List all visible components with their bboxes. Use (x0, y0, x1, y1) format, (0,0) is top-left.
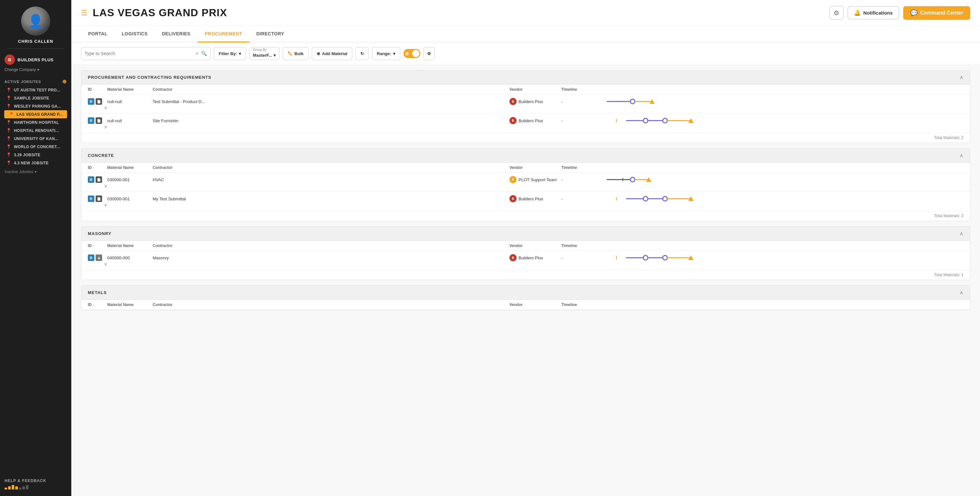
td-id: B ♟ (88, 255, 107, 261)
notifications-button[interactable]: 🔔 Notifications (848, 6, 899, 19)
group-by-container: Group By MasterF... ▾ (249, 47, 279, 60)
th-contractor: Contractor (153, 303, 509, 307)
notifications-label: Notifications (863, 10, 893, 16)
company-logo: B (5, 54, 15, 65)
section-title-procurement: PROCUREMENT AND CONTRACTING REQUIREMENTS (88, 75, 211, 80)
help-bar-5 (19, 488, 21, 490)
th-timeline: Timeline (561, 303, 607, 307)
td-vendor: - (561, 196, 607, 201)
edit-icon: ✏️ (288, 51, 293, 56)
td-contractor: P PLOT Support Team (509, 176, 561, 183)
toolbar: ✕ 🔍 Filter By: ▾ Group By MasterF... ▾ ✏… (71, 43, 980, 65)
sidebar-item-hospital-reno[interactable]: 📍 HOSPITAL RENOVATI... (2, 126, 70, 134)
inactive-jobsites-toggle[interactable]: Inactive Jobsites ▾ (0, 167, 71, 175)
clear-icon[interactable]: ✕ (195, 51, 199, 56)
change-company-label: Change Company (5, 67, 36, 72)
table-header-procurement: ID ↑ Material Name Contractor Vendor Tim… (81, 85, 970, 95)
company-logo-text: B (8, 57, 11, 62)
sidebar-item-3-26[interactable]: 📍 3.26 JOBSITE (2, 151, 70, 159)
tab-logistics[interactable]: LOGISTICS (115, 26, 155, 43)
pin-icon: 📍 (6, 152, 11, 157)
sidebar-item-4-3[interactable]: 📍 4.3 NEW JOBSITE (2, 159, 70, 167)
td-contractor: B Builders Plus (509, 117, 561, 124)
table-row[interactable]: B 📄 null-null Test Submittal - Product D… (81, 95, 970, 114)
svg-point-1 (630, 99, 635, 104)
page-title: LAS VEGAS GRAND PRIX (93, 7, 227, 19)
filter-button[interactable]: Filter By: ▾ (214, 47, 246, 60)
table-row[interactable]: B 📄 030000-001 My Test Submittal B Build… (81, 192, 970, 211)
sidebar-item-las-vegas[interactable]: 📍 LAS VEGAS GRAND P... (4, 110, 67, 118)
search-icon[interactable]: 🔍 (201, 51, 207, 56)
sidebar-item-sample[interactable]: 📍 SAMPLE JOBSITE (2, 94, 70, 102)
collapse-icon[interactable]: ∧ (959, 74, 964, 80)
command-center-button[interactable]: 💬 Command Center (903, 6, 970, 20)
table-header-masonry: ID ↑ Material Name Contractor Vendor Tim… (81, 241, 970, 251)
sidebar-item-ut-austin[interactable]: 📍 UT AUSTIN TEST PRO... (2, 86, 70, 94)
help-bars (5, 485, 67, 490)
td-expand[interactable]: ∨ (88, 124, 107, 129)
timeline-svg (607, 117, 697, 124)
sidebar-item-hawthorn[interactable]: 📍 HAWTHORN HOSPITAL (2, 118, 70, 126)
expand-icon: ∨ (104, 202, 107, 207)
table-row[interactable]: B 📄 null-null Site Furnishin B Builders … (81, 114, 970, 133)
help-bar-1 (5, 488, 7, 490)
sidebar-item-world-concrete[interactable]: 📍 WORLD OF CONCRET... (2, 143, 70, 151)
expand-icon: ∨ (104, 183, 107, 188)
svg-point-9 (663, 118, 667, 123)
row-icons: B 📄 (88, 196, 102, 202)
toggle-switch[interactable]: ⊞ (404, 49, 420, 58)
collapse-icon[interactable]: ∧ (959, 290, 964, 296)
tab-deliveries[interactable]: DELIVERIES (154, 26, 197, 43)
td-expand[interactable]: ∨ (88, 261, 107, 266)
th-contractor: Contractor (153, 165, 509, 170)
th-expand (607, 87, 964, 92)
table-row[interactable]: B ♟ 040000-000 Masonry B Builders Plus - (81, 251, 970, 270)
th-expand (607, 244, 964, 248)
th-id: ID ↑ (88, 303, 107, 307)
settings-small-button[interactable]: ⚙ (423, 47, 434, 60)
header: ☰ LAS VEGAS GRAND PRIX ⚙ 🔔 Notifications… (71, 0, 980, 26)
th-expand (607, 165, 964, 170)
add-material-button[interactable]: ⊕ Add Material (312, 47, 352, 60)
contractor-logo: B (509, 195, 517, 202)
bulk-button[interactable]: ✏️ Bulk (283, 47, 309, 60)
command-center-label: Command Center (920, 10, 963, 16)
section-title-metals: METALS (88, 290, 107, 295)
td-expand[interactable]: ∨ (88, 105, 107, 110)
td-material: Test Submittal - Product D... (153, 99, 509, 104)
collapse-icon[interactable]: ∧ (959, 152, 964, 158)
td-expand[interactable]: ∨ (88, 183, 107, 188)
gear-button[interactable]: ⚙ (829, 6, 843, 20)
change-company-button[interactable]: Change Company ▾ (0, 67, 71, 75)
add-jobsite-icon[interactable]: ⊕ (62, 78, 67, 85)
th-expand (607, 303, 964, 307)
timeline-svg (607, 98, 678, 105)
sidebar-item-univ-kan[interactable]: 📍 UNIVERSITY OF KAN... (2, 134, 70, 143)
hamburger-button[interactable]: ☰ (81, 9, 88, 17)
collapse-icon[interactable]: ∧ (959, 231, 964, 237)
th-timeline: Timeline (561, 87, 607, 92)
td-timeline (607, 255, 964, 261)
search-input[interactable] (84, 51, 195, 56)
doc-icon: 📄 (95, 196, 102, 202)
th-material-name: Material Name (107, 165, 153, 170)
td-timeline (607, 196, 964, 202)
view-toggle[interactable]: ⊞ (404, 47, 420, 60)
table-row[interactable]: B 📄 030000-001 HVAC P PLOT Support Team … (81, 173, 970, 192)
tab-directory[interactable]: DIRECTORY (249, 26, 291, 43)
svg-point-29 (663, 255, 667, 260)
th-vendor: Vendor (509, 165, 561, 170)
sidebar-item-wesley[interactable]: 📍 WESLEY PARKING GA... (2, 102, 70, 110)
b-icon: B (88, 255, 94, 261)
th-vendor: Vendor (509, 244, 561, 248)
avatar-image: 👤 (21, 6, 50, 36)
company-row: B BUILDERS PLUS (0, 53, 71, 67)
refresh-button[interactable]: ↻ (355, 47, 369, 60)
tab-portal[interactable]: PORTAL (81, 26, 115, 43)
range-chevron-icon: ▾ (393, 51, 395, 56)
td-expand[interactable]: ∨ (88, 202, 107, 207)
range-button[interactable]: Range: ▾ (372, 47, 400, 60)
tab-procurement[interactable]: PROCUREMENT (198, 26, 249, 43)
help-feedback[interactable]: HELP & FEEDBACK (0, 475, 71, 493)
help-bar-4 (15, 486, 18, 490)
